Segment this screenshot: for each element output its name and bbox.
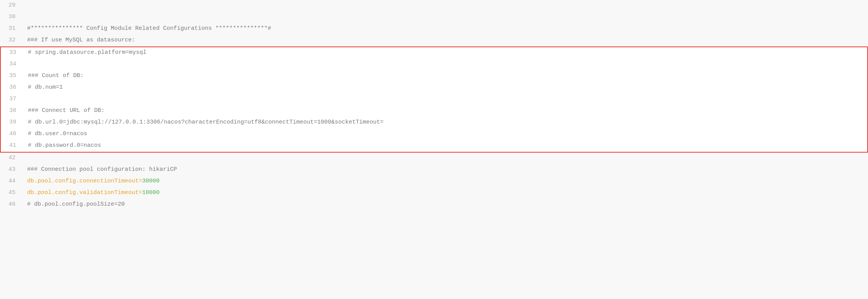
code-row: 38### Connect URL of DB: — [1, 105, 867, 117]
line-content: #*************** Config Module Related C… — [23, 23, 868, 35]
line-number: 30 — [0, 12, 23, 23]
line-number: 42 — [0, 153, 23, 164]
highlighted-block: 33# spring.datasource.platform=mysql3435… — [0, 46, 868, 153]
line-number: 36 — [1, 82, 24, 94]
line-content — [23, 153, 868, 164]
line-number: 44 — [0, 176, 23, 187]
line-number: 33 — [1, 47, 24, 59]
line-content: ### If use MySQL as datasource: — [23, 35, 868, 46]
code-row: 32### If use MySQL as datasource: — [0, 35, 868, 46]
code-row: 34 — [1, 59, 867, 70]
code-text: # spring.datasource.platform=mysql — [28, 49, 146, 56]
code-row: 43### Connection pool configuration: hik… — [0, 164, 868, 176]
code-text: # db.pool.config.poolSize=20 — [27, 201, 125, 208]
code-part: # db.url.0=jdbc:mysql://127.0.0.1:3306/n… — [28, 119, 383, 125]
line-number: 31 — [0, 23, 23, 35]
line-content: ### Connect URL of DB: — [24, 105, 867, 117]
line-content: # db.num=1 — [24, 82, 867, 94]
line-content: # db.user.0=nacos — [24, 129, 867, 140]
code-text: # db.user.0=nacos — [28, 131, 87, 137]
code-part: db.pool.config.connectionTimeout= — [27, 178, 142, 184]
code-row: 36# db.num=1 — [1, 82, 867, 94]
code-row: 46# db.pool.config.poolSize=20 — [0, 199, 868, 211]
line-number: 40 — [1, 129, 24, 140]
code-row: 45db.pool.config.validationTimeout=10000 — [0, 187, 868, 199]
code-text: ### If use MySQL as datasource: — [27, 37, 135, 43]
code-text: #*************** Config Module Related C… — [27, 25, 271, 32]
code-row: 33# spring.datasource.platform=mysql — [1, 47, 867, 59]
code-row: 35### Count of DB: — [1, 70, 867, 82]
code-row: 41# db.password.0=nacos — [1, 140, 867, 152]
code-text: ### Connection pool configuration: hikar… — [27, 166, 177, 173]
code-row: 39# db.url.0=jdbc:mysql://127.0.0.1:3306… — [1, 117, 867, 129]
line-number: 32 — [0, 35, 23, 46]
line-content: ### Connection pool configuration: hikar… — [23, 164, 868, 176]
line-content: # spring.datasource.platform=mysql — [24, 47, 867, 59]
line-number: 45 — [0, 187, 23, 199]
code-part: 10000 — [142, 189, 160, 196]
code-text: # db.password.0=nacos — [28, 142, 101, 149]
line-number: 46 — [0, 199, 23, 211]
line-number: 41 — [1, 140, 24, 152]
code-part: db.pool.config.validationTimeout= — [27, 189, 142, 196]
line-content: # db.url.0=jdbc:mysql://127.0.0.1:3306/n… — [24, 117, 867, 129]
code-row: 30 — [0, 12, 868, 23]
line-content — [24, 94, 867, 105]
code-part: 30000 — [142, 178, 160, 184]
code-row: 42 — [0, 153, 868, 164]
line-number: 37 — [1, 94, 24, 105]
code-row: 40# db.user.0=nacos — [1, 129, 867, 140]
code-row: 44db.pool.config.connectionTimeout=30000 — [0, 176, 868, 187]
code-row: 31#*************** Config Module Related… — [0, 23, 868, 35]
line-number: 43 — [0, 164, 23, 176]
code-text: # db.num=1 — [28, 84, 63, 91]
line-content: db.pool.config.connectionTimeout=30000 — [23, 176, 868, 187]
line-content — [24, 59, 867, 70]
line-content — [23, 0, 868, 12]
code-lines: 293031#*************** Config Module Rel… — [0, 0, 868, 211]
line-content: # db.pool.config.poolSize=20 — [23, 199, 868, 211]
line-number: 38 — [1, 105, 24, 117]
line-number: 29 — [0, 0, 23, 12]
line-content: db.pool.config.validationTimeout=10000 — [23, 187, 868, 199]
code-text: ### Connect URL of DB: — [28, 107, 105, 114]
code-row: 29 — [0, 0, 868, 12]
line-number: 39 — [1, 117, 24, 129]
code-viewer: 293031#*************** Config Module Rel… — [0, 0, 868, 299]
line-content: ### Count of DB: — [24, 70, 867, 82]
line-content — [23, 12, 868, 23]
code-row: 37 — [1, 94, 867, 105]
code-text: ### Count of DB: — [28, 72, 84, 79]
line-number: 35 — [1, 70, 24, 82]
line-content: # db.password.0=nacos — [24, 140, 867, 152]
line-number: 34 — [1, 59, 24, 70]
